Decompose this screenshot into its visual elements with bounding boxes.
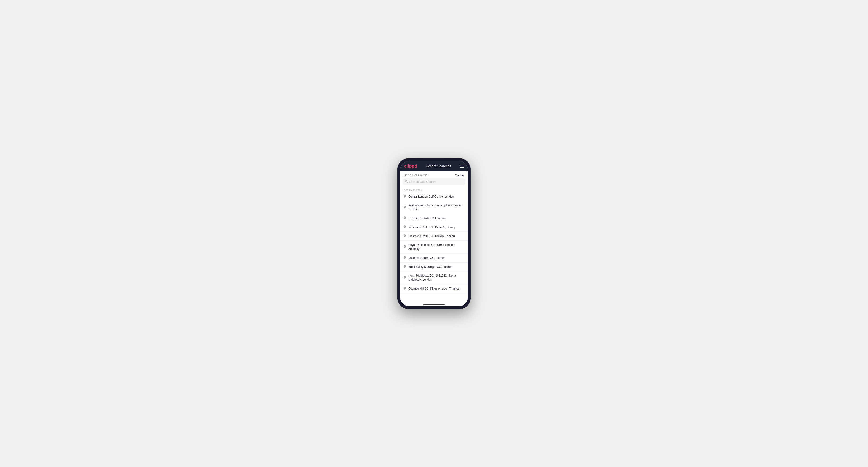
svg-line-1 [407, 182, 408, 182]
course-list-item[interactable]: Royal Wimbledon GC, Great London Authori… [400, 241, 468, 254]
phone-frame: clippd Recent Searches Find a Golf Cours… [397, 158, 471, 309]
svg-point-11 [404, 288, 405, 289]
svg-point-2 [404, 195, 405, 196]
course-list: Central London Golf Centre, London Roeha… [400, 192, 468, 293]
course-name: Central London Golf Centre, London [408, 195, 454, 199]
svg-point-3 [404, 206, 405, 207]
search-section: Find a Golf Course Cancel [400, 171, 468, 187]
course-name: London Scottish GC, London [408, 216, 445, 220]
pin-icon [404, 206, 406, 209]
pin-icon [404, 234, 406, 238]
svg-point-7 [404, 246, 405, 247]
course-list-item[interactable]: North Middlesex GC (1011942 - North Midd… [400, 271, 468, 284]
course-list-item[interactable]: Roehampton Club - Roehampton, Greater Lo… [400, 201, 468, 214]
hamburger-line-2 [460, 166, 464, 166]
course-name: Dukes Meadows GC, London [408, 256, 445, 260]
search-input[interactable] [409, 180, 463, 184]
nearby-label: Nearby courses [400, 187, 468, 192]
pin-icon [404, 225, 406, 229]
course-name: Roehampton Club - Roehampton, Greater Lo… [408, 204, 464, 212]
search-icon [405, 180, 408, 184]
hamburger-menu-button[interactable] [460, 165, 464, 167]
pin-icon [404, 256, 406, 260]
pin-icon [404, 216, 406, 220]
course-name: Royal Wimbledon GC, Great London Authori… [408, 243, 464, 251]
course-list-item[interactable]: London Scottish GC, London [400, 214, 468, 223]
home-bar [423, 304, 445, 305]
hamburger-line-3 [460, 167, 464, 167]
home-indicator [400, 302, 468, 306]
pin-icon [404, 287, 406, 290]
phone-screen: clippd Recent Searches Find a Golf Cours… [400, 161, 468, 306]
svg-point-4 [404, 217, 405, 218]
pin-icon [404, 195, 406, 198]
app-logo: clippd [404, 164, 417, 169]
hamburger-line-1 [460, 165, 464, 165]
cancel-button[interactable]: Cancel [455, 174, 464, 177]
search-header: Find a Golf Course Cancel [400, 171, 468, 178]
course-list-item[interactable]: Richmond Park GC - Prince's, Surrey [400, 223, 468, 232]
svg-point-5 [404, 226, 405, 227]
svg-point-6 [404, 235, 405, 236]
search-bar [403, 178, 465, 185]
pin-icon [404, 245, 406, 249]
course-name: Coombe Hill GC, Kingston upon Thames [408, 287, 460, 291]
course-list-item[interactable]: Brent Valley Municipal GC, London [400, 262, 468, 272]
course-name: Brent Valley Municipal GC, London [408, 265, 452, 269]
course-name: Richmond Park GC - Duke's, London [408, 234, 455, 238]
svg-point-8 [404, 257, 405, 258]
course-list-item[interactable]: Coombe Hill GC, Kingston upon Thames [400, 284, 468, 293]
course-name: Richmond Park GC - Prince's, Surrey [408, 225, 455, 229]
course-list-item[interactable]: Dukes Meadows GC, London [400, 254, 468, 262]
pin-icon [404, 265, 406, 269]
app-header: clippd Recent Searches [400, 161, 468, 171]
svg-point-10 [404, 277, 405, 278]
course-name: North Middlesex GC (1011942 - North Midd… [408, 274, 464, 282]
course-list-item[interactable]: Central London Golf Centre, London [400, 192, 468, 201]
nearby-courses-section: Nearby courses Central London Golf Centr… [400, 187, 468, 302]
svg-point-9 [404, 266, 405, 267]
app-title: Recent Searches [426, 164, 451, 168]
pin-icon [404, 276, 406, 280]
course-list-item[interactable]: Richmond Park GC - Duke's, London [400, 232, 468, 241]
find-label: Find a Golf Course [404, 174, 427, 177]
